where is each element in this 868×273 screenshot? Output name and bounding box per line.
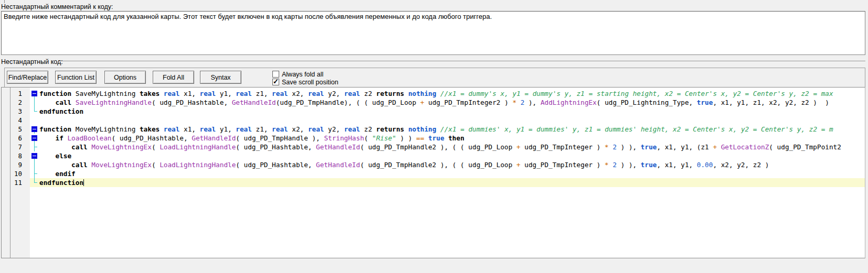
code-line-3[interactable]: 3endfunction [2, 107, 865, 116]
fold-toggle-icon[interactable] [30, 125, 39, 134]
fold-all-button[interactable]: Fold All [153, 71, 194, 84]
code-line-1[interactable]: 1function SaveMyLightning takes real x1,… [2, 89, 865, 98]
always-fold-all-checkbox-label: Always fold all [282, 71, 323, 78]
fold-guide-line [30, 169, 39, 178]
fold-toggle-icon[interactable] [30, 134, 39, 143]
code-text[interactable] [39, 116, 865, 125]
comment-textarea[interactable]: Введите ниже нестандартный код для указа… [1, 11, 865, 55]
syntax-check-button[interactable]: Syntax Check [200, 71, 241, 84]
code-text[interactable]: function MoveMyLightning takes real x1, … [39, 125, 865, 134]
line-number: 10 [2, 169, 30, 178]
options-button[interactable]: Options [104, 71, 146, 84]
code-toolbar: Find/ReplaceFunction ListOptionsFold All… [4, 68, 865, 87]
line-number: 9 [2, 160, 30, 169]
code-line-8[interactable]: 8 else [2, 151, 865, 160]
code-text[interactable]: else [39, 151, 865, 160]
code-line-10[interactable]: 10 endif [2, 169, 865, 178]
find-replace-button[interactable]: Find/Replace [7, 71, 48, 84]
line-number: 7 [2, 143, 30, 151]
check-mark-icon: ✓ [273, 78, 279, 85]
code-line-2[interactable]: 2 call SaveLightningHandle( udg_PD_Hasht… [2, 98, 865, 107]
code-section-label: Нестандартный код: [1, 58, 63, 65]
fold-guide-line [30, 107, 39, 116]
code-line-11[interactable]: 11endfunction [2, 178, 865, 187]
line-number: 2 [2, 98, 30, 107]
line-number: 5 [2, 125, 30, 134]
fold-guide-line [30, 160, 39, 169]
code-text[interactable]: endfunction [39, 107, 865, 116]
code-text[interactable]: call SaveLightningHandle( udg_PD_Hashtab… [39, 98, 865, 107]
code-line-5[interactable]: 5function MoveMyLightning takes real x1,… [2, 125, 865, 134]
code-line-4[interactable]: 4 [2, 116, 865, 125]
fold-toggle-icon[interactable] [30, 89, 39, 98]
code-line-9[interactable]: 9 call MoveLightningEx( LoadLightningHan… [2, 160, 865, 169]
fold-guide-line [30, 178, 39, 187]
line-number: 11 [2, 178, 30, 187]
fold-guide-line [30, 98, 39, 107]
code-line-7[interactable]: 7 call MoveLightningEx( LoadLightningHan… [2, 143, 865, 151]
fold-guide-line [30, 143, 39, 151]
code-text[interactable]: endif [39, 169, 865, 178]
code-text[interactable]: function SaveMyLightning takes real x1, … [39, 89, 865, 98]
line-number: 4 [2, 116, 30, 125]
code-line-6[interactable]: 6 if LoadBoolean( udg_PD_Hashtable, GetH… [2, 134, 865, 143]
always-fold-all-checkbox-box[interactable] [272, 71, 279, 78]
save-scroll-position-checkbox-label: Save scroll position [282, 79, 338, 86]
code-text[interactable]: if LoadBoolean( udg_PD_Hashtable, GetHan… [39, 134, 865, 143]
code-text[interactable]: endfunction [39, 178, 865, 187]
line-number: 1 [2, 89, 30, 98]
line-number: 6 [2, 134, 30, 143]
save-scroll-position-checkbox[interactable]: ✓Save scroll position [272, 78, 338, 86]
comment-section-label: Нестандартный комментарий к коду: [1, 3, 113, 10]
always-fold-all-checkbox[interactable]: Always fold all [272, 70, 323, 78]
text-cursor [83, 179, 84, 186]
function-list-button[interactable]: Function List [55, 71, 97, 84]
save-scroll-position-checkbox-box[interactable]: ✓ [272, 79, 279, 85]
fold-guide-line [30, 116, 39, 125]
code-text[interactable]: call MoveLightningEx( LoadLightningHandl… [39, 143, 865, 151]
line-number: 3 [2, 107, 30, 116]
groupbox-line [59, 61, 865, 62]
code-editor[interactable]: 1function SaveMyLightning takes real x1,… [1, 87, 865, 258]
code-text[interactable]: call MoveLightningEx( LoadLightningHandl… [39, 160, 865, 169]
line-number: 8 [2, 151, 30, 160]
fold-toggle-icon[interactable] [30, 151, 39, 160]
code-lines: 1function SaveMyLightning takes real x1,… [2, 89, 865, 187]
